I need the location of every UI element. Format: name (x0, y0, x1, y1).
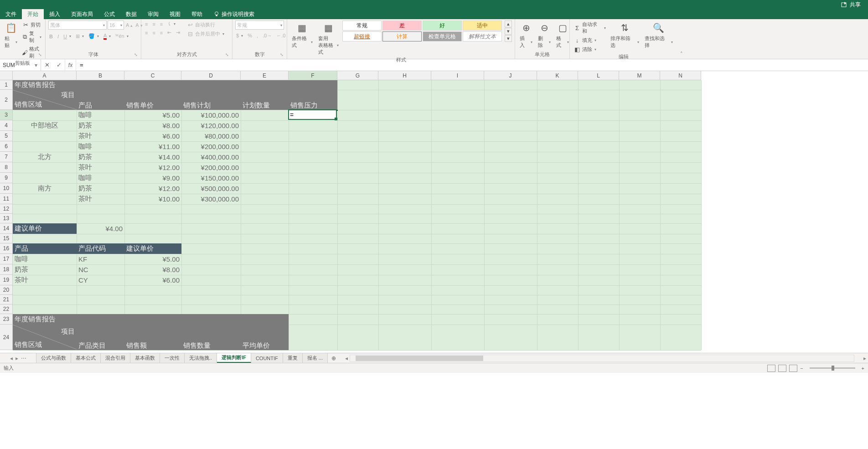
cell[interactable]: 茶叶 (77, 194, 124, 204)
fill-button[interactable]: ↓填充▾ (573, 36, 607, 44)
align-right-button[interactable]: ≡ (159, 29, 164, 36)
cell[interactable]: 奶茶 (13, 264, 77, 275)
cell[interactable]: 咖啡 (77, 141, 124, 152)
cell[interactable]: 年度销售报告 (13, 80, 337, 90)
sheet-tab-9[interactable]: 报名 ... (303, 353, 328, 363)
cell[interactable]: ¥400,000.00 (181, 152, 241, 162)
cell[interactable]: ¥100,000.00 (181, 110, 241, 120)
number-format-select[interactable]: 常规▾ (235, 21, 284, 30)
cell[interactable]: 销售单价 (124, 90, 181, 110)
cell[interactable]: ¥150,000.00 (181, 173, 241, 183)
cell[interactable]: ¥300,000.00 (181, 194, 241, 204)
bold-button[interactable]: B (48, 32, 54, 40)
insert-cells-button[interactable]: ⊕插入▾ (518, 21, 534, 50)
row-header-11[interactable]: 11 (0, 194, 13, 204)
style-gallery-expand[interactable]: ▾ (505, 35, 512, 42)
style-calculation[interactable]: 计算 (382, 31, 422, 41)
increase-decimal-button[interactable]: .0→ (262, 32, 273, 39)
tab-审阅[interactable]: 审阅 (142, 9, 164, 19)
cell[interactable]: 咖啡 (77, 110, 124, 120)
comma-button[interactable]: , (256, 32, 259, 39)
sheet-tab-1[interactable]: 基本公式 (71, 353, 101, 363)
border-button[interactable]: ⊞▾ (75, 32, 85, 40)
col-header-H[interactable]: H (378, 71, 431, 80)
italic-button[interactable]: I (57, 32, 60, 40)
sheet-nav-more[interactable]: ⋯ (21, 355, 26, 361)
cell[interactable]: ¥9.00 (124, 173, 181, 183)
cell[interactable]: 南方 (13, 173, 77, 204)
cell[interactable]: 建议单价 (13, 223, 77, 234)
number-launcher[interactable]: ⤡ (280, 52, 285, 58)
enter-formula-button[interactable]: ✓ (53, 62, 65, 68)
cell[interactable]: 项目销售区域 (13, 325, 77, 350)
sheet-nav-last[interactable]: ▸ (16, 355, 18, 361)
cell[interactable]: 产品 (13, 243, 77, 254)
style-normal[interactable]: 常规 (342, 21, 382, 31)
cell[interactable]: 咖啡 (13, 254, 77, 264)
cell[interactable]: ¥6.00 (124, 275, 181, 285)
fill-color-button[interactable]: 🪣▾ (88, 32, 100, 40)
style-good[interactable]: 好 (423, 21, 462, 31)
col-header-F[interactable]: F (289, 71, 337, 80)
select-all-corner[interactable] (0, 71, 13, 80)
row-header-12[interactable]: 12 (0, 204, 13, 214)
cell[interactable]: 奶茶 (77, 152, 124, 162)
cell[interactable]: 奶茶 (77, 183, 124, 194)
hscroll-thumb[interactable] (356, 356, 483, 361)
clear-button[interactable]: ◧清除▾ (573, 45, 607, 53)
tab-开始[interactable]: 开始 (22, 9, 44, 19)
align-middle-button[interactable]: ≡ (151, 21, 156, 27)
sheet-tab-7[interactable]: COUNTIF (251, 353, 283, 363)
cells-area[interactable]: 年度销售报告项目销售区域产品销售单价销售计划计划数量销售压力中部地区北方南方咖啡… (13, 80, 701, 350)
cell[interactable]: 销售额 (124, 325, 181, 350)
sheet-tab-4[interactable]: 一次性 (160, 353, 185, 363)
cell[interactable]: NC (77, 264, 124, 275)
tab-页面布局[interactable]: 页面布局 (66, 9, 98, 19)
row-header-24[interactable]: 24 (0, 325, 13, 350)
row-header-1[interactable]: 1 (0, 80, 13, 90)
cell[interactable]: 茶叶 (77, 162, 124, 173)
percent-button[interactable]: % (247, 32, 253, 39)
indent-decrease-button[interactable]: ⇤ (166, 29, 172, 36)
sheet-tab-8[interactable]: 重复 (283, 353, 303, 363)
cell[interactable]: 销售计划 (181, 90, 241, 110)
font-size-select[interactable]: 16▾ (108, 21, 124, 30)
cell[interactable]: ¥11.00 (124, 141, 181, 152)
wrap-text-button[interactable]: ↩自动换行 (186, 21, 225, 29)
align-center-button[interactable]: ≡ (151, 29, 156, 36)
col-header-G[interactable]: G (337, 71, 378, 80)
zoom-in-button[interactable]: + (862, 366, 864, 371)
cell[interactable]: ¥10.00 (124, 194, 181, 204)
cell[interactable]: ¥120,000.00 (181, 120, 241, 131)
view-page-break-button[interactable] (789, 365, 797, 372)
style-bad[interactable]: 差 (382, 21, 422, 31)
fill-handle[interactable] (335, 118, 337, 120)
merge-center-button[interactable]: ⊟合并后居中▾ (186, 30, 225, 38)
sort-filter-button[interactable]: ⇅排序和筛选▾ (609, 21, 641, 50)
underline-button[interactable]: U▾ (62, 32, 72, 40)
cell[interactable]: 计划数量 (241, 90, 289, 110)
format-cells-button[interactable]: ▢格式▾ (554, 21, 571, 50)
cell[interactable]: ¥12.00 (124, 162, 181, 173)
row-header-17[interactable]: 17 (0, 254, 13, 264)
style-scroll-down[interactable]: ▾ (505, 28, 512, 35)
increase-font-button[interactable]: A▴ (125, 21, 134, 30)
row-header-2[interactable]: 2 (0, 90, 13, 110)
align-bottom-button[interactable]: ≡ (159, 21, 164, 27)
cell[interactable]: 茶叶 (13, 275, 77, 285)
cut-button[interactable]: ✂剪切 (21, 21, 42, 29)
col-header-M[interactable]: M (619, 71, 660, 80)
col-header-J[interactable]: J (484, 71, 537, 80)
cell[interactable]: 茶叶 (77, 131, 124, 141)
horizontal-scrollbar[interactable] (350, 355, 854, 362)
tab-数据[interactable]: 数据 (120, 9, 142, 19)
sheet-tab-3[interactable]: 基本函数 (130, 353, 160, 363)
style-explanatory[interactable]: 解释性文本 (463, 31, 502, 41)
tab-视图[interactable]: 视图 (164, 9, 186, 19)
active-cell-f3[interactable] (288, 109, 337, 120)
hscroll-right[interactable]: ▸ (862, 355, 868, 361)
row-header-13[interactable]: 13 (0, 214, 13, 223)
row-header-4[interactable]: 4 (0, 120, 13, 131)
row-header-15[interactable]: 15 (0, 234, 13, 243)
cell[interactable]: 咖啡 (77, 173, 124, 183)
